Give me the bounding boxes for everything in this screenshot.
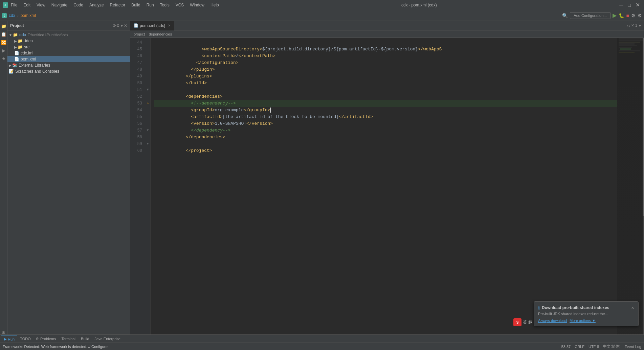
maximize-button[interactable]: □ [627, 2, 632, 8]
tree-label-cdximl: cdx.iml [21, 51, 33, 55]
scroll-right-button[interactable]: › [629, 23, 630, 28]
status-frameworks[interactable]: Frameworks Detected: Web framework is de… [3, 345, 108, 349]
editor-settings-button[interactable]: ▼ [638, 23, 642, 28]
menu-refactor[interactable]: Refactor [109, 2, 127, 8]
tree-label-scratches: Scratches and Consoles [15, 69, 59, 74]
bottom-extra-tabs: ▶ Run TODO 6: Problems Terminal Build Ja… [0, 334, 644, 343]
expand-icon-idea: ▶ [14, 39, 17, 43]
line-num-60: 60 [130, 147, 142, 154]
menu-navigate[interactable]: Navigate [50, 2, 69, 8]
tree-item-src[interactable]: ▶ 📁 src [7, 44, 130, 50]
sidebar-sync-button[interactable]: ⟳ [113, 23, 116, 28]
info-icon: ℹ [538, 305, 540, 310]
project-sidebar: Project ⟳ ⚙ ▼ ✕ ▼ 📁 cdx E:\untitled12\un… [7, 21, 130, 335]
add-configuration-button[interactable]: Add Configuration... [570, 12, 610, 19]
activity-favorites-button[interactable]: ★ [1, 55, 7, 62]
library-icon: 📚 [12, 63, 17, 68]
warn-marker-53: ⚠ [145, 100, 150, 107]
status-position: 53:37 [561, 345, 571, 349]
code-line-44: <webAppSourceDirectory>${project.build.d… [154, 39, 617, 46]
open-count: ✕ 1 [631, 23, 637, 28]
tab-close-pomxml[interactable]: ✕ [168, 24, 171, 27]
tree-item-scratches[interactable]: 📝 Scratches and Consoles [7, 68, 130, 74]
stop-button[interactable]: ■ [626, 13, 629, 18]
tab-build[interactable]: Build [78, 335, 92, 343]
sidebar-settings-button[interactable]: ⚙ [116, 23, 120, 28]
build-button[interactable]: ⚙ [631, 13, 636, 18]
sidebar-close-button[interactable]: ✕ [124, 23, 127, 28]
notification-more-actions[interactable]: More actions ▼ [570, 319, 596, 323]
settings-button[interactable]: ⚙ [638, 13, 642, 18]
fold-marker-57[interactable]: ▼ [145, 127, 150, 134]
tree-item-external-libraries[interactable]: ▶ 📚 External Libraries [7, 62, 130, 68]
line-num-47: 47 [130, 60, 142, 66]
minimize-button[interactable]: ─ [618, 2, 624, 8]
activity-bar: 📁 📋 🔀 ▶ ★ ⊞ [0, 21, 7, 335]
sougou-icon: S [513, 318, 521, 326]
tab-pomxml[interactable]: 📄 pom.xml (cdx) ✕ [130, 21, 174, 30]
activity-structure-button[interactable]: 📋 [1, 31, 7, 37]
activity-run-button[interactable]: ▶ [1, 47, 7, 53]
search-everywhere-button[interactable]: 🔍 [562, 13, 568, 18]
tab-terminal[interactable]: Terminal [59, 335, 78, 343]
notification-actions: Always download More actions ▼ [538, 319, 634, 323]
run-tab-text: Run [8, 337, 15, 341]
run-button[interactable]: ▶ [613, 12, 617, 19]
file-icon-pomxml: 📄 [14, 57, 19, 62]
status-event-log[interactable]: Event Log [624, 345, 641, 349]
breadcrumb-project[interactable]: project [134, 32, 145, 36]
notification-close-button[interactable]: ✕ [631, 306, 634, 310]
status-encoding[interactable]: UTF-8 [589, 345, 599, 349]
tree-item-pomxml[interactable]: 📄 pom.xml [7, 56, 130, 62]
status-bar: Frameworks Detected: Web framework is de… [0, 343, 644, 350]
close-button[interactable]: ✕ [634, 2, 641, 8]
tree-label-cdx: cdx [19, 32, 26, 37]
main-area: 📁 📋 🔀 ▶ ★ ⊞ Project ⟳ ⚙ ▼ ✕ ▼ 📁 cdx E:\u… [0, 21, 644, 335]
menu-window[interactable]: Window [188, 2, 206, 8]
tab-label-pomxml: pom.xml (cdx) [140, 23, 165, 28]
status-locale: 中文(简体) [603, 344, 620, 349]
tree-item-idea[interactable]: ▶ 📁 .idea [7, 38, 130, 44]
line-num-58: 58 [130, 134, 142, 141]
folder-icon-src: 📁 [18, 45, 23, 49]
activity-project-button[interactable]: 📁 [1, 23, 7, 29]
menu-view[interactable]: View [35, 2, 47, 8]
breadcrumb-dependencies[interactable]: dependencies [149, 32, 172, 36]
tree-label-idea: .idea [24, 39, 33, 43]
menu-help[interactable]: Help [209, 2, 220, 8]
status-lineending[interactable]: CRLF [575, 345, 584, 349]
menu-build[interactable]: Build [130, 2, 142, 8]
notification-always-download[interactable]: Always download [538, 319, 567, 323]
tree-label-ext: External Libraries [19, 63, 50, 68]
menu-vcs[interactable]: VCS [174, 2, 185, 8]
breadcrumb-cdx: cdx [9, 13, 15, 18]
line-num-57: 57 [130, 127, 142, 134]
code-content[interactable]: <webAppSourceDirectory>${project.build.d… [151, 38, 617, 335]
tab-todo[interactable]: TODO [17, 335, 34, 343]
scratch-icon: 📝 [9, 69, 14, 74]
breadcrumb-sep: › [146, 32, 148, 36]
menu-run[interactable]: Run [145, 2, 155, 8]
menu-code[interactable]: Code [72, 2, 85, 8]
breadcrumb-bar: project › dependencies [130, 30, 644, 38]
menu-analyze[interactable]: Analyze [88, 2, 105, 8]
tree-item-cdx[interactable]: ▼ 📁 cdx E:\untitled12\untitled\cdx [7, 32, 130, 38]
fold-marker-59[interactable]: ▼ [145, 141, 150, 147]
tab-java-enterprise[interactable]: Java Enterprise [92, 335, 123, 343]
menu-file[interactable]: File [9, 2, 19, 8]
app-icon: J [3, 2, 8, 8]
activity-git-button[interactable]: 🔀 [1, 39, 7, 45]
debug-button[interactable]: 🐛 [619, 13, 624, 18]
tree-item-cdximl[interactable]: 📄 cdx.iml [7, 50, 130, 56]
sidebar-options-button[interactable]: ▼ [120, 23, 124, 28]
menu-edit[interactable]: Edit [22, 2, 32, 8]
tree-path-cdx: E:\untitled12\untitled\cdx [28, 33, 68, 37]
fold-marker-51[interactable]: ▼ [145, 87, 150, 93]
menu-tools[interactable]: Tools [159, 2, 171, 8]
line-num-48: 48 [130, 66, 142, 73]
tab-problems[interactable]: 6: Problems [34, 335, 59, 343]
code-editor[interactable]: 44 45 46 47 48 49 50 51 52 53 54 55 56 5… [130, 38, 644, 335]
minimap [617, 38, 644, 335]
scroll-left-button[interactable]: ‹ [627, 23, 628, 28]
tab-run[interactable]: ▶ Run [1, 335, 17, 343]
